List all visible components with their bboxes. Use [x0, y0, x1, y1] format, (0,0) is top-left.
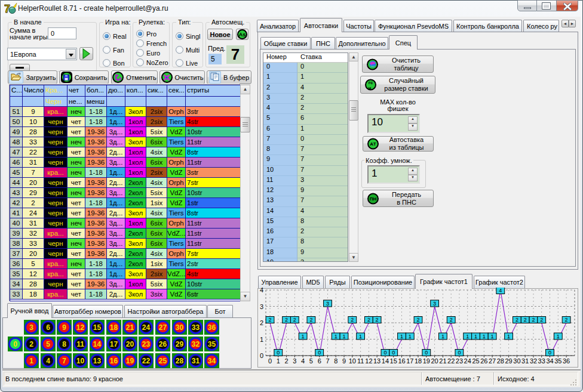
svg-text:2: 2	[285, 357, 289, 365]
svg-text:1: 1	[409, 334, 412, 339]
svg-text:8: 8	[334, 357, 337, 365]
svg-text:23: 23	[456, 357, 463, 365]
svg-text:0: 0	[548, 350, 551, 356]
svg-text:1: 1	[400, 334, 403, 339]
svg-text:19: 19	[423, 357, 430, 365]
svg-text:1: 1	[507, 334, 510, 339]
svg-text:2: 2	[516, 317, 518, 323]
svg-text:10: 10	[349, 357, 356, 365]
svg-text:12: 12	[365, 357, 372, 365]
svg-text:33: 33	[538, 357, 545, 365]
svg-text:4: 4	[499, 288, 502, 294]
svg-text:28: 28	[497, 357, 504, 365]
svg-text:0: 0	[268, 357, 272, 365]
svg-text:0: 0	[318, 350, 321, 356]
svg-text:1: 1	[441, 334, 444, 339]
svg-text:9: 9	[342, 357, 346, 365]
svg-text:1: 1	[260, 336, 263, 343]
svg-text:14: 14	[382, 357, 389, 365]
svg-text:0: 0	[425, 350, 428, 356]
svg-text:0: 0	[260, 352, 263, 359]
svg-text:3: 3	[293, 357, 296, 365]
svg-text:20: 20	[431, 357, 438, 365]
svg-text:18: 18	[415, 357, 422, 365]
svg-text:1: 1	[474, 334, 477, 339]
svg-text:1: 1	[483, 334, 486, 339]
svg-text:2: 2	[376, 317, 379, 323]
svg-text:3: 3	[433, 301, 436, 307]
svg-text:1: 1	[359, 334, 362, 339]
svg-text:25: 25	[472, 357, 479, 365]
svg-text:17: 17	[406, 357, 413, 365]
svg-text:3: 3	[326, 301, 329, 307]
svg-text:16: 16	[398, 357, 405, 365]
svg-text:3: 3	[260, 303, 263, 310]
svg-text:4: 4	[301, 357, 305, 365]
svg-text:26: 26	[480, 357, 487, 365]
svg-text:4: 4	[260, 288, 263, 294]
svg-text:2: 2	[524, 317, 527, 323]
svg-text:13: 13	[373, 357, 381, 365]
svg-text:21: 21	[439, 357, 446, 365]
svg-text:7: 7	[326, 357, 329, 365]
svg-text:2: 2	[532, 317, 535, 323]
svg-text:1: 1	[466, 334, 469, 339]
svg-text:1: 1	[491, 334, 494, 339]
svg-text:2: 2	[285, 317, 288, 323]
svg-text:2: 2	[367, 317, 370, 323]
svg-text:6: 6	[318, 357, 321, 365]
svg-text:22: 22	[447, 357, 455, 365]
svg-text:2: 2	[268, 317, 271, 323]
svg-text:31: 31	[521, 357, 529, 365]
svg-text:5: 5	[309, 357, 313, 365]
svg-text:1: 1	[557, 334, 560, 339]
svg-text:27: 27	[489, 357, 496, 365]
svg-text:2: 2	[416, 317, 419, 323]
svg-text:0: 0	[458, 350, 461, 356]
svg-text:30: 30	[513, 357, 520, 365]
svg-text:2: 2	[450, 317, 453, 323]
svg-text:1: 1	[277, 357, 280, 365]
svg-text:1: 1	[302, 334, 305, 339]
svg-text:2: 2	[565, 317, 568, 323]
svg-text:29: 29	[505, 357, 512, 365]
svg-text:24: 24	[464, 357, 471, 365]
svg-text:2: 2	[351, 317, 354, 323]
svg-text:36: 36	[563, 357, 570, 365]
svg-text:35: 35	[554, 357, 561, 365]
svg-text:1: 1	[342, 334, 345, 339]
svg-text:0: 0	[392, 350, 395, 356]
svg-text:2: 2	[540, 317, 543, 323]
svg-text:2: 2	[260, 319, 263, 326]
svg-text:1: 1	[335, 334, 337, 339]
svg-text:15: 15	[390, 357, 397, 365]
svg-text:11: 11	[357, 357, 364, 365]
svg-text:0: 0	[277, 350, 280, 356]
svg-text:2: 2	[309, 317, 312, 323]
svg-text:2: 2	[293, 317, 296, 323]
svg-text:34: 34	[546, 357, 553, 365]
svg-text:32: 32	[530, 357, 537, 365]
svg-text:0: 0	[383, 350, 386, 356]
